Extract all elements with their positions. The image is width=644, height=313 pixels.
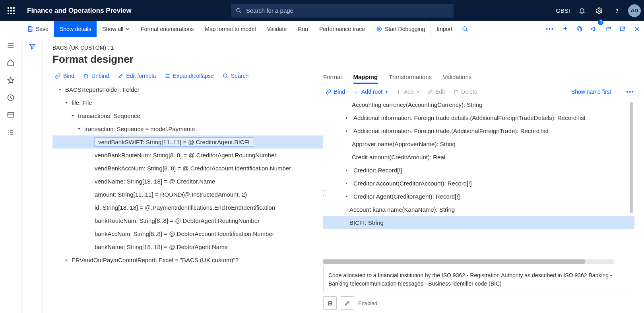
mapping-tree-node[interactable]: BICFI: String <box>323 216 634 229</box>
mapping-tree-node[interactable]: Additional information. Foreign trade.(A… <box>323 124 634 137</box>
hamburger-icon[interactable] <box>7 41 15 49</box>
mapping-tree-node[interactable]: Creditor Account(CreditorAccount): Recor… <box>323 177 634 190</box>
star-icon[interactable] <box>7 76 15 84</box>
refresh-button[interactable] <box>601 21 615 37</box>
format-tree-node[interactable]: id: String[18..18] = @.PaymentIdentifica… <box>52 201 323 214</box>
expand-collapse-button[interactable]: Expand/collapse <box>165 73 214 79</box>
close-button[interactable] <box>630 21 644 37</box>
format-enum-label: Format enumerations <box>141 26 194 32</box>
node-label: transactions: Sequence <box>78 112 140 119</box>
filter-column <box>21 37 43 313</box>
help-button[interactable] <box>609 3 625 19</box>
notifications-button[interactable] <box>574 3 590 19</box>
delete-binding-button[interactable] <box>323 296 337 310</box>
edit-binding-button[interactable] <box>341 296 354 310</box>
save-button[interactable]: Save <box>21 21 54 37</box>
expand-icon[interactable] <box>344 181 349 186</box>
mapping-tree-node[interactable]: Account kana name(KanaName): String <box>323 203 634 216</box>
app-title: Finance and Operations Preview <box>27 7 132 15</box>
settings-button[interactable] <box>592 3 607 19</box>
format-tree-node[interactable]: transaction: Sequence = model.Payments <box>52 122 323 135</box>
format-tree-node[interactable]: vendBankSWIFT: String[11..11] = @.Credit… <box>52 135 323 149</box>
add-label: Add <box>404 89 414 95</box>
collapse-icon[interactable] <box>70 113 76 119</box>
mapping-tree[interactable]: Accounting currency(AccountingCurrency):… <box>323 98 634 258</box>
scrollbar-thumb[interactable] <box>323 259 585 264</box>
home-icon[interactable] <box>7 59 15 67</box>
mapping-tree-node[interactable]: Credit amount(CreditAmount): Real <box>323 151 634 164</box>
collapse-icon[interactable] <box>64 100 69 106</box>
map-format-button[interactable]: Map format to model <box>199 21 261 37</box>
recent-icon[interactable] <box>7 94 15 102</box>
collapse-icon[interactable] <box>76 126 82 132</box>
user-avatar[interactable]: AD <box>628 4 641 17</box>
more-commands-button[interactable]: ••• <box>542 21 558 37</box>
filter-icon[interactable] <box>29 43 36 50</box>
company-picker[interactable]: GBSI <box>553 7 572 14</box>
expand-icon[interactable] <box>344 168 349 173</box>
start-debugging-button[interactable]: Start Debugging <box>370 21 431 37</box>
mapping-tree-node[interactable]: Approver name(ApproverName): String <box>323 137 634 151</box>
app-launcher-button[interactable] <box>3 3 19 19</box>
format-tree-node[interactable]: transactions: Sequence <box>52 109 323 122</box>
validate-button[interactable]: Validate <box>262 21 293 37</box>
workspace-icon[interactable] <box>7 111 15 119</box>
attach-button[interactable] <box>572 21 587 37</box>
show-name-first-button[interactable]: Show name first <box>571 89 611 95</box>
format-tree-node[interactable]: bankName: String[18..18] = @.DebtorAgent… <box>52 240 323 253</box>
mapping-tree-node[interactable]: Creditor Agent(CreditorAgent): Record[!] <box>323 190 634 203</box>
show-details-button[interactable]: Show details <box>54 21 97 37</box>
search-input[interactable] <box>245 7 449 14</box>
expand-icon[interactable] <box>344 128 349 134</box>
unbind-button[interactable]: Unbind <box>83 73 109 79</box>
format-tree-node[interactable]: BACSReportsFolder: Folder <box>52 83 323 96</box>
global-search[interactable] <box>231 4 454 17</box>
format-tree-node[interactable]: vendBankAccNum: String[8..8] = @.Credito… <box>52 162 323 175</box>
bind-button[interactable]: Bind <box>55 73 74 79</box>
performance-trace-button[interactable]: Performance trace <box>314 21 370 37</box>
format-tree-node[interactable]: vendBankRouteNum: String[8..8] = @.Credi… <box>52 149 323 162</box>
format-tree-node[interactable]: bankAccNum: String[8..8] = @.DebtorAccou… <box>52 227 323 240</box>
tab-transformations[interactable]: Transformations <box>389 73 432 84</box>
node-label: Account kana name(KanaName): String <box>349 206 455 213</box>
description-box: Code allocated to a financial institutio… <box>323 267 631 292</box>
modules-icon[interactable] <box>7 129 15 137</box>
format-tree-node[interactable]: bankRouteNum: String[8..8] = @.DebtorAge… <box>52 214 323 227</box>
collapse-icon[interactable] <box>344 194 349 199</box>
vertical-scrollbar[interactable] <box>630 102 633 213</box>
collapse-icon[interactable] <box>57 87 63 93</box>
add-root-button[interactable]: Add root ▾ <box>353 89 388 95</box>
horizontal-scrollbar[interactable] <box>323 259 614 264</box>
svg-rect-14 <box>8 112 14 117</box>
format-tree[interactable]: BACSReportsFolder: Folderfile: Filetrans… <box>52 83 323 313</box>
format-tree-node[interactable]: amount: String[11..11] = ROUND(@.Instruc… <box>52 188 323 201</box>
expand-icon[interactable] <box>64 257 69 263</box>
show-details-label: Show details <box>60 26 91 32</box>
map-bind-button[interactable]: Bind <box>326 89 345 95</box>
expand-icon[interactable] <box>344 115 349 121</box>
tab-format[interactable]: Format <box>323 73 342 84</box>
format-tree-node[interactable]: file: File <box>52 96 323 109</box>
validate-label: Validate <box>267 26 287 32</box>
edit-formula-button[interactable]: Edit formula <box>118 73 156 79</box>
search-command-button[interactable] <box>458 21 472 37</box>
format-tree-node[interactable]: ERVendOutPaymControlReport: Excel = "BAC… <box>52 253 323 267</box>
feedback-button[interactable]: 0 <box>587 21 601 37</box>
run-button[interactable]: Run <box>292 21 314 37</box>
tab-validations[interactable]: Validations <box>443 73 471 84</box>
mapping-tree-node[interactable]: Accounting currency(AccountingCurrency):… <box>323 98 634 111</box>
mapping-more-button[interactable]: ••• <box>626 89 634 95</box>
popout-button[interactable] <box>615 21 630 37</box>
command-bar: Save Show details Show all Format enumer… <box>0 21 644 37</box>
tab-mapping[interactable]: Mapping <box>353 73 378 84</box>
edit-label: Edit <box>435 89 445 95</box>
import-button[interactable]: Import <box>431 21 458 37</box>
show-all-button[interactable]: Show all <box>97 21 135 37</box>
format-enumerations-button[interactable]: Format enumerations <box>135 21 199 37</box>
mapping-tree-node[interactable]: Creditor: Record[!] <box>323 164 634 177</box>
ai-button[interactable] <box>558 21 572 37</box>
list-icon <box>165 73 171 79</box>
mapping-tree-node[interactable]: Additional information. Foreign trade de… <box>323 111 634 124</box>
tree-search-button[interactable]: Search <box>223 73 248 79</box>
format-tree-node[interactable]: vendName: String[18..18] = @.Creditor.Na… <box>52 175 323 188</box>
